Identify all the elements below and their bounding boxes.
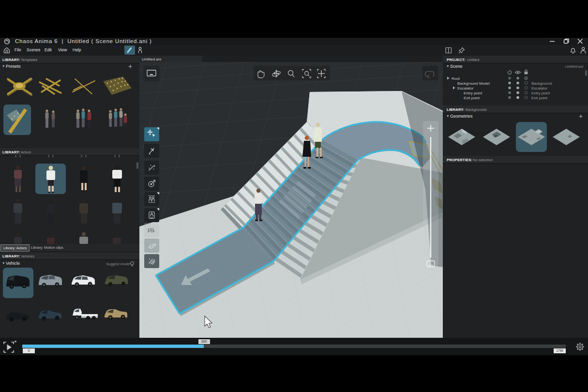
svg-text:Entry point: Entry point (464, 91, 482, 95)
svg-text:Escalator: Escalator (457, 86, 474, 90)
svg-text:Exit point: Exit point (464, 96, 480, 100)
svg-text:Escalator: Escalator (531, 86, 548, 90)
svg-text:Exit point: Exit point (531, 96, 548, 100)
svg-text:Untitled.ani: Untitled.ani (142, 57, 161, 61)
svg-text:Entry point: Entry point (531, 91, 550, 95)
svg-text:Background: Background (531, 81, 552, 86)
svg-text:Root: Root (452, 76, 460, 81)
svg-text:Background Model: Background Model (457, 81, 490, 86)
